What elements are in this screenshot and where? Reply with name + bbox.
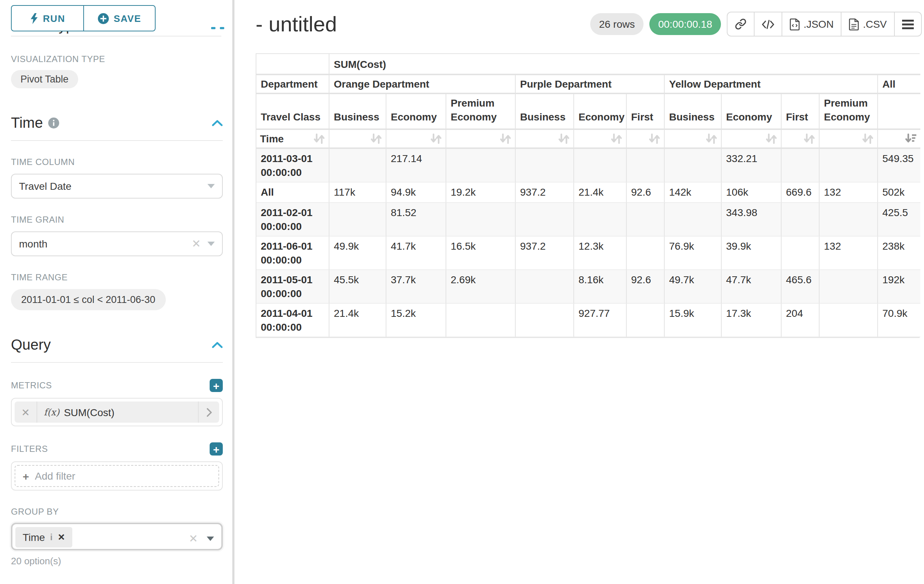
value-cell [330, 203, 386, 237]
sortable-header[interactable] [878, 130, 920, 149]
table-row: 2011-06-0100:00:0049.9k41.7k16.5k937.212… [256, 237, 920, 270]
time-range-value[interactable]: 2011-01-01 ≤ col < 2011-06-30 [11, 289, 165, 310]
export-csv-button[interactable]: .CSV [842, 12, 895, 36]
value-cell: 92.6 [627, 183, 665, 203]
value-cell: 2.69k [446, 270, 516, 304]
clipped-control-icon [211, 27, 216, 29]
value-cell: 204 [782, 304, 820, 337]
file-code-icon [790, 18, 800, 30]
group-by-tag-time[interactable]: Time i ✕ [15, 527, 72, 548]
add-metric-button[interactable]: + [210, 379, 223, 392]
chevron-down-icon[interactable] [208, 184, 215, 188]
sort-icon [558, 133, 570, 144]
columns-label: COLUMNS [11, 582, 223, 584]
column-header: Premium Economy [446, 94, 516, 130]
column-header: Business [516, 94, 574, 130]
value-cell: 502k [878, 183, 920, 203]
value-cell [665, 203, 722, 237]
value-cell: 15.9k [665, 304, 722, 337]
value-cell: 142k [665, 183, 722, 203]
value-cell: 8.16k [574, 270, 627, 304]
sortable-header[interactable] [782, 130, 820, 149]
control-panel-scroll[interactable]: VISUALIZATION TYPE Pivot Table Time TIME… [0, 36, 232, 584]
group-by-select[interactable]: Time i ✕ ✕ [11, 523, 223, 550]
sortable-header[interactable] [330, 130, 386, 149]
panel-divider [232, 0, 234, 584]
value-cell: 12.3k [574, 237, 627, 270]
chart-menu-button[interactable] [895, 12, 921, 36]
chevron-right-icon[interactable] [198, 401, 219, 423]
sortable-header[interactable] [665, 130, 722, 149]
row-header: 2011-03-0100:00:00 [256, 149, 330, 183]
add-filter-label: Add filter [35, 470, 76, 482]
time-grain-select[interactable]: month ✕ [11, 231, 223, 256]
table-row: 2011-02-0100:00:0081.52343.98425.5 [256, 203, 920, 237]
column-header: Premium Economy [820, 94, 878, 130]
value-cell [516, 304, 574, 337]
value-cell: 106k [722, 183, 782, 203]
filters-container: + Add filter [11, 461, 223, 490]
value-cell: 549.35 [878, 149, 920, 183]
value-cell: 21.4k [574, 183, 627, 203]
run-button[interactable]: RUN [11, 5, 84, 31]
value-cell: 94.9k [386, 183, 446, 203]
sort-icon [314, 133, 325, 144]
row-header: 2011-05-0100:00:00 [256, 270, 330, 304]
sortable-header-time[interactable]: Time [256, 130, 330, 149]
sort-desc-icon [905, 133, 917, 144]
metrics-container: ✕ f(x) SUM(Cost) [11, 398, 223, 426]
add-filter-button[interactable]: + Add filter [15, 465, 219, 487]
code-icon [762, 19, 774, 29]
column-header: Economy [574, 94, 627, 130]
sortable-header[interactable] [627, 130, 665, 149]
value-cell: 45.5k [330, 270, 386, 304]
value-cell [627, 237, 665, 270]
sort-icon [500, 133, 511, 144]
value-cell: 132 [820, 237, 878, 270]
view-query-button[interactable] [754, 12, 782, 36]
save-button[interactable]: SAVE [83, 5, 155, 31]
remove-tag-icon[interactable]: ✕ [58, 532, 65, 542]
share-link-button[interactable] [728, 12, 754, 36]
metric-pill[interactable]: ✕ f(x) SUM(Cost) [15, 401, 219, 423]
run-save-button-group: RUN SAVE [11, 5, 155, 31]
column-header: Economy [722, 94, 782, 130]
clear-icon[interactable]: ✕ [192, 237, 201, 250]
value-cell [782, 237, 820, 270]
chart-title[interactable]: - untitled [256, 12, 337, 36]
chevron-down-icon[interactable] [207, 536, 214, 541]
sortable-header[interactable] [516, 130, 574, 149]
visualization-type-label: VISUALIZATION TYPE [11, 54, 223, 64]
export-json-button[interactable]: .JSON [782, 12, 842, 36]
export-button-group: .JSON .CSV [727, 12, 922, 36]
info-icon [48, 118, 59, 128]
add-filter-plus-button[interactable]: + [210, 443, 223, 456]
time-column-select[interactable]: Travel Date [11, 174, 223, 199]
table-row: 2011-05-0100:00:0045.5k37.7k2.69k8.16k92… [256, 270, 920, 304]
value-cell: 117k [330, 183, 386, 203]
value-cell [627, 203, 665, 237]
value-cell: 21.4k [330, 304, 386, 337]
value-cell [446, 149, 516, 183]
sortable-header[interactable] [574, 130, 627, 149]
value-cell: 49.7k [665, 270, 722, 304]
value-cell: 17.3k [722, 304, 782, 337]
chevron-down-icon[interactable] [208, 242, 215, 246]
value-cell [574, 149, 627, 183]
collapse-chevron-icon[interactable] [212, 342, 223, 348]
sortable-header[interactable] [446, 130, 516, 149]
time-section-header: Time [11, 115, 223, 132]
clear-icon[interactable]: ✕ [189, 532, 198, 545]
value-cell: 425.5 [878, 203, 920, 237]
sortable-header[interactable] [820, 130, 878, 149]
collapse-chevron-icon[interactable] [212, 120, 223, 126]
sortable-header[interactable] [722, 130, 782, 149]
visualization-type-value[interactable]: Pivot Table [11, 70, 78, 88]
link-icon [735, 18, 746, 30]
value-cell [330, 149, 386, 183]
remove-metric-icon[interactable]: ✕ [15, 401, 37, 423]
sortable-header[interactable] [386, 130, 446, 149]
filters-label: FILTERS [11, 444, 48, 454]
table-row: 2011-04-0100:00:0021.4k15.2k927.7715.9k1… [256, 304, 920, 337]
column-group-header: Orange Department [330, 75, 516, 94]
